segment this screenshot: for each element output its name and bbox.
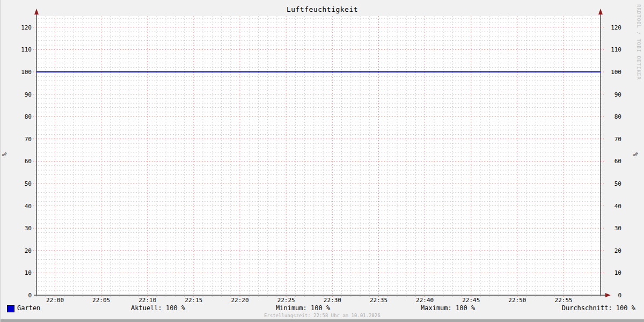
x-axis-tick-label: 22:15: [185, 297, 202, 304]
y-axis-tick-label-right: 50: [614, 180, 621, 187]
x-axis-tick-label: 22:45: [462, 297, 480, 304]
bottom-divider-bar: [1, 319, 644, 322]
creation-timestamp: Erstellungszeit: 22:58 Uhr am 10.01.2026: [1, 313, 644, 318]
y-axis-tick-label-left: 40: [25, 203, 32, 210]
y-axis-tick-label-right: 90: [614, 91, 621, 98]
x-axis-tick-label: 22:20: [231, 297, 248, 304]
series-color-swatch: [7, 305, 14, 312]
x-axis-tick-label: 22:05: [92, 297, 110, 304]
y-axis-arrow-right: [598, 9, 603, 14]
y-axis-tick-label-right: 100: [611, 69, 621, 76]
x-axis-tick-label: 22:00: [46, 297, 64, 304]
stat-aktuell: Aktuell: 100 %: [131, 304, 185, 312]
y-axis-tick-label-right: 30: [614, 225, 621, 232]
x-axis-tick-label: 22:40: [416, 297, 434, 304]
y-axis-tick-label-right: 40: [614, 203, 621, 210]
y-axis-tick-label-left: 60: [25, 158, 32, 165]
plot-area-background: [36, 16, 601, 295]
y-axis-tick-label-left: 10: [25, 269, 32, 276]
y-axis-tick-label-left: 80: [25, 113, 32, 120]
y-axis-tick-label-left: 90: [25, 91, 32, 98]
y-axis-tick-label-left: 0: [28, 292, 32, 299]
y-axis-tick-label-left: 120: [21, 24, 32, 31]
humidity-chart-plot: 0010102020303040405050606070708080909010…: [1, 0, 644, 322]
legend-row: Garten Aktuell: 100 % Minimum: 100 % Max…: [1, 304, 644, 313]
y-axis-tick-label-right: 20: [614, 247, 621, 254]
y-axis-tick-label-right: 70: [614, 136, 621, 143]
series-label: Garten: [17, 304, 40, 312]
x-axis-tick-label: 22:35: [370, 297, 387, 304]
stat-maximum: Maximum: 100 %: [421, 304, 475, 312]
rrdtool-graph-window: Luftfeuchtigkeit RRDTOOL / TOBI OETIKER …: [0, 0, 644, 322]
y-axis-arrow-left: [34, 9, 39, 14]
y-axis-tick-label-left: 70: [25, 136, 32, 143]
x-axis-tick-label: 22:30: [324, 297, 341, 304]
x-axis-tick-label: 22:55: [555, 297, 573, 304]
y-axis-tick-label-right: 110: [611, 46, 621, 53]
y-axis-tick-label-left: 20: [25, 247, 32, 254]
x-axis-tick-label: 22:50: [508, 297, 526, 304]
y-axis-tick-label-right: 0: [618, 292, 621, 299]
stat-durchschnitt: Durchschnitt: 100 %: [562, 304, 635, 312]
y-axis-tick-label-right: 60: [614, 158, 621, 165]
x-axis-arrow: [605, 293, 611, 297]
x-axis-tick-label: 22:25: [277, 297, 295, 304]
x-axis-tick-label: 22:10: [138, 297, 156, 304]
stat-minimum: Minimum: 100 %: [276, 304, 330, 312]
y-axis-tick-label-left: 50: [25, 180, 32, 187]
y-axis-tick-label-right: 10: [614, 269, 621, 276]
y-axis-tick-label-left: 110: [21, 46, 32, 53]
y-axis-tick-label-right: 80: [614, 113, 621, 120]
y-axis-tick-label-left: 100: [21, 69, 32, 76]
y-axis-tick-label-left: 30: [25, 225, 32, 232]
y-axis-tick-label-right: 120: [611, 24, 621, 31]
